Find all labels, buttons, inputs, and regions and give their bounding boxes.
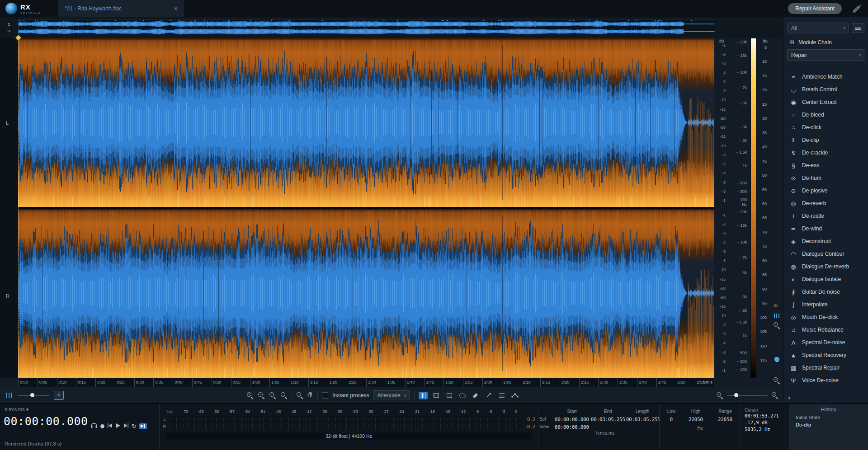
spectrogram-left-channel[interactable] xyxy=(18,38,714,207)
instant-process-checkbox[interactable] xyxy=(322,392,328,398)
panel-menu-icon[interactable] xyxy=(852,23,864,33)
module-item[interactable]: ◍ Dialogue De-reverb xyxy=(783,260,868,273)
app-edition: ADVANCED xyxy=(20,11,41,14)
history-item[interactable]: De-clip xyxy=(789,421,868,428)
module-item[interactable]: ⊘ De-hum xyxy=(783,172,868,184)
module-chain-item[interactable]: ⊞ Module Chain xyxy=(783,38,868,49)
module-item[interactable]: Ψ Voice De-noise xyxy=(783,374,868,387)
magnify-tool-icon[interactable] xyxy=(296,392,303,399)
module-item[interactable]: Λ Spectral De-noise xyxy=(783,336,868,349)
selection-value[interactable]: 00:00:00.000 xyxy=(554,417,590,422)
module-icon: ◍ xyxy=(789,263,797,270)
module-item[interactable]: ◈ Deconstruct xyxy=(783,235,868,248)
waveform-zoom-icon[interactable] xyxy=(774,314,780,318)
horizontal-zoom-in-icon[interactable]: + xyxy=(771,392,778,399)
signature-pen-icon[interactable] xyxy=(852,4,862,13)
sel-label: Sel xyxy=(539,417,554,422)
rx-application-window: RX ADVANCED *01 - Rita Hayworth.flac × R… xyxy=(0,0,868,450)
amplitude-ruler[interactable]: dB -1-2-3-4-6-8-10-15-20-20-15-10-8-6-4-… xyxy=(714,38,728,378)
panel-expand-chevron[interactable]: › xyxy=(788,394,790,401)
module-item[interactable]: ∮ Guitar De-noise xyxy=(783,286,868,298)
brush-selection-tool-icon[interactable] xyxy=(471,392,480,399)
time-frequency-selection-tool-icon[interactable] xyxy=(432,392,441,399)
module-item[interactable]: ∞ Wow & Flutter xyxy=(783,387,868,391)
horizontal-zoom-slider[interactable] xyxy=(727,395,768,396)
tab-close-icon[interactable]: × xyxy=(174,5,178,12)
lasso-selection-tool-icon[interactable] xyxy=(458,392,467,399)
zoom-out-time-icon[interactable]: − xyxy=(258,392,265,399)
selection-value[interactable]: 00:03:05.255 xyxy=(626,417,659,422)
waveform-view-icon[interactable] xyxy=(6,393,13,398)
time-format-selector[interactable]: h:m:s.ms ▾ xyxy=(5,407,28,412)
meter-peak-right[interactable]: -0.2 xyxy=(521,424,535,429)
selection-value[interactable]: 00:03:05.255 xyxy=(590,417,626,422)
module-item[interactable]: ▲ Spectral Recovery xyxy=(783,349,868,361)
signal-chain-icon[interactable] xyxy=(510,392,519,399)
vertical-scroll-thumb[interactable] xyxy=(774,357,779,362)
horizontal-zoom-out-icon[interactable]: − xyxy=(716,392,723,399)
module-item[interactable]: ▦ Spectral Repair xyxy=(783,361,868,374)
follow-playhead-icon[interactable] xyxy=(139,423,147,429)
grab-hand-tool-icon[interactable] xyxy=(307,391,313,399)
history-item[interactable]: Initial State xyxy=(789,414,868,421)
module-item[interactable]: ♫ Music Rebalance xyxy=(783,323,868,336)
spectrogram-db-scale[interactable]: 5101520253035404550556065707580859095100… xyxy=(758,38,769,378)
module-item[interactable]: ◐ Dialogue Isolate xyxy=(783,273,868,286)
playhead-line[interactable] xyxy=(18,38,19,378)
blend-slider[interactable] xyxy=(18,395,49,396)
record-icon[interactable] xyxy=(100,424,104,428)
go-to-end-icon[interactable] xyxy=(123,422,129,430)
module-filter-dropdown[interactable]: All xyxy=(787,23,849,33)
spectrogram-zoom-icon[interactable]: ≋ xyxy=(774,303,778,309)
zoom-in-time-icon[interactable]: + xyxy=(246,392,254,399)
category-dropdown[interactable]: Repair xyxy=(787,49,864,61)
module-item[interactable]: ◌ De-bleed xyxy=(783,108,868,121)
play-icon[interactable] xyxy=(115,422,121,430)
vertical-zoom-out-icon[interactable]: − xyxy=(773,377,780,384)
module-icon: ▦ xyxy=(789,365,797,371)
vertical-fit-icon[interactable]: ⇕ xyxy=(7,22,11,27)
vertical-zoom-in-icon[interactable]: + xyxy=(773,322,780,329)
module-item[interactable]: ≀ De-rustle xyxy=(783,210,868,222)
module-item[interactable]: ‖ De-clip xyxy=(783,134,868,146)
module-item[interactable]: ⊙ De-plosive xyxy=(783,184,868,197)
monitor-headphones-icon[interactable] xyxy=(90,422,98,430)
module-item[interactable]: ◉ Center Extract xyxy=(783,96,868,108)
magic-wand-tool-icon[interactable] xyxy=(484,392,493,399)
selection-list-icon[interactable] xyxy=(497,392,506,399)
module-item[interactable]: ↯ De-crackle xyxy=(783,146,868,159)
module-item[interactable]: ω Mouth De-click xyxy=(783,311,868,323)
time-ruler[interactable]: h:m:s 0:000:050:100:150:200:250:300:350:… xyxy=(18,378,714,387)
module-item[interactable]: ◡ Breath Control xyxy=(783,83,868,96)
module-item[interactable]: § De-ess xyxy=(783,159,868,172)
frequency-selection-tool-icon[interactable] xyxy=(445,392,454,399)
frequency-range-value[interactable]: 22050 xyxy=(681,417,710,422)
spectrogram-right-channel[interactable] xyxy=(18,209,714,378)
transport-info-bar: h:m:s.ms ▾ 00:00:00.000 Rendered De-clip… xyxy=(0,403,868,450)
module-item[interactable]: ◠ Dialogue Contour xyxy=(783,248,868,260)
frequency-range-value[interactable]: 22050 xyxy=(710,417,740,422)
channel-label-strip: L R xyxy=(0,38,18,378)
module-item[interactable]: ≂ De-wind xyxy=(783,222,868,235)
repair-assistant-button[interactable]: Repair Assistant xyxy=(788,3,842,14)
loop-icon[interactable]: ↻ xyxy=(132,423,137,429)
frequency-range-value[interactable]: 0 xyxy=(661,417,681,422)
frequency-ruler[interactable]: Hz 20k15k10k7k5k3k2k1.5k1k500300100 20k1… xyxy=(728,38,750,378)
waveform-overview-strip[interactable] xyxy=(18,19,715,36)
zoom-selection-icon[interactable]: ▫ xyxy=(269,392,276,399)
overview-waves-icon[interactable]: ≋ xyxy=(7,28,11,33)
file-tab[interactable]: *01 - Rita Hayworth.flac × xyxy=(58,0,184,17)
module-item[interactable]: ◎ De-reverb xyxy=(783,197,868,210)
view-start-value[interactable]: 00:00:00.000 xyxy=(554,424,590,430)
module-item[interactable]: ≈ Ambience Match xyxy=(783,70,868,83)
spectrogram-view-icon[interactable]: ≋ xyxy=(54,391,64,400)
module-item[interactable]: ∫ Interpolate xyxy=(783,298,868,311)
process-mode-dropdown[interactable]: Attenuate xyxy=(373,390,410,400)
waveform-spectrogram-blend: ≋ xyxy=(6,387,64,403)
return-to-start-icon[interactable] xyxy=(107,422,113,430)
time-selection-tool-icon[interactable] xyxy=(419,392,428,399)
zoom-reset-icon[interactable] xyxy=(280,392,288,399)
module-label: De-clip xyxy=(802,137,819,143)
meter-peak-left[interactable]: -0.2 xyxy=(521,417,535,422)
module-item[interactable]: ∴ De-click xyxy=(783,121,868,134)
